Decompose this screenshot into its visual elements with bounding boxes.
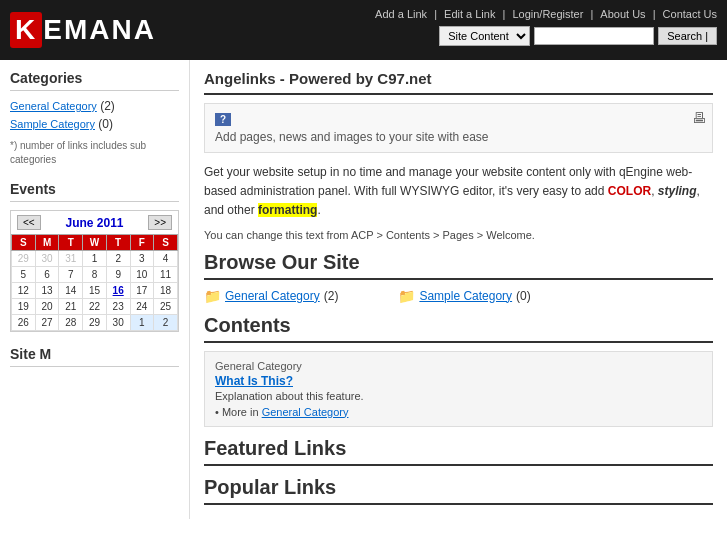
list-item: Sample Category (0) — [10, 117, 179, 131]
cal-header-fri: F — [130, 235, 154, 251]
calendar-day[interactable]: 29 — [83, 315, 107, 331]
search-button[interactable]: Search | — [658, 27, 717, 45]
browse-cat-sample: 📁 Sample Category (0) — [398, 288, 530, 304]
categories-title: Categories — [10, 70, 179, 91]
about-us-nav[interactable]: About Us — [600, 8, 645, 20]
contents-more-link[interactable]: General Category — [262, 406, 349, 418]
logo-area: KEMANA — [0, 0, 156, 60]
calendar-day[interactable]: 9 — [106, 267, 130, 283]
top-nav-links: Add a Link | Edit a Link | Login/Registe… — [375, 8, 717, 20]
cal-header-sun: S — [12, 235, 36, 251]
calendar-day[interactable]: 12 — [12, 283, 36, 299]
calendar-day[interactable]: 1 — [130, 315, 154, 331]
contents-category-label: General Category — [215, 360, 702, 372]
cal-header-mon: M — [35, 235, 59, 251]
search-input[interactable] — [534, 27, 654, 45]
calendar-day[interactable]: 22 — [83, 299, 107, 315]
sample-cat-count: (0) — [98, 117, 113, 131]
logo-rest: EMANA — [43, 14, 156, 45]
cal-header-thu: T — [106, 235, 130, 251]
contents-box: General Category What Is This? Explanati… — [204, 351, 713, 427]
main-container: Categories General Category (2) Sample C… — [0, 60, 727, 519]
calendar-day[interactable]: 13 — [35, 283, 59, 299]
contents-section: General Category What Is This? Explanati… — [204, 351, 713, 427]
contact-us-nav[interactable]: Contact Us — [663, 8, 717, 20]
logo[interactable]: KEMANA — [10, 12, 156, 48]
calendar-day[interactable]: 25 — [154, 299, 178, 315]
print-icon[interactable]: 🖶 — [692, 110, 706, 126]
calendar-day[interactable]: 3 — [130, 251, 154, 267]
general-cat-count: (2) — [100, 99, 115, 113]
top-nav: Add a Link | Edit a Link | Login/Registe… — [375, 0, 727, 60]
calendar-day[interactable]: 11 — [154, 267, 178, 283]
calendar-day[interactable]: 17 — [130, 283, 154, 299]
calendar-day[interactable]: 30 — [106, 315, 130, 331]
list-item: General Category (2) — [10, 99, 179, 113]
folder-icon-general: 📁 — [204, 288, 221, 304]
calendar-day[interactable]: 1 — [83, 251, 107, 267]
calendar-day[interactable]: 29 — [12, 251, 36, 267]
featured-links-title: Featured Links — [204, 437, 713, 466]
add-link-nav[interactable]: Add a Link — [375, 8, 427, 20]
edit-link-nav[interactable]: Edit a Link — [444, 8, 495, 20]
contents-what-is-this-link[interactable]: What Is This? — [215, 374, 702, 388]
sidebar: Categories General Category (2) Sample C… — [0, 60, 190, 519]
browse-general-link[interactable]: General Category — [225, 289, 320, 303]
calendar-day[interactable]: 2 — [106, 251, 130, 267]
calendar-prev-button[interactable]: << — [17, 215, 41, 230]
calendar-day[interactable]: 19 — [12, 299, 36, 315]
cal-header-tue: T — [59, 235, 83, 251]
sitemap-title: Site M — [10, 346, 179, 367]
calendar-day[interactable]: 28 — [59, 315, 83, 331]
cal-header-sat: S — [154, 235, 178, 251]
calendar-body: 2930311234567891011121314151617181920212… — [12, 251, 178, 331]
login-register-nav[interactable]: Login/Register — [512, 8, 583, 20]
calendar-day[interactable]: 23 — [106, 299, 130, 315]
calendar-day[interactable]: 6 — [35, 267, 59, 283]
calendar: << June 2011 >> S M T W T F S — [10, 210, 179, 332]
page-title: Angelinks - Powered by C97.net — [204, 70, 713, 95]
sidebar-categories-note: *) number of links includes sub categori… — [10, 139, 179, 167]
calendar-day[interactable]: 16 — [106, 283, 130, 299]
calendar-day[interactable]: 24 — [130, 299, 154, 315]
content-area: Angelinks - Powered by C97.net ? Add pag… — [190, 60, 727, 519]
browse-cat-general: 📁 General Category (2) — [204, 288, 338, 304]
calendar-month-year: June 2011 — [65, 216, 123, 230]
calendar-day[interactable]: 2 — [154, 315, 178, 331]
welcome-text: Get your website setup in no time and ma… — [204, 163, 713, 221]
calendar-day[interactable]: 18 — [154, 283, 178, 299]
info-box-text: Add pages, news and images to your site … — [215, 130, 702, 144]
calendar-day[interactable]: 5 — [12, 267, 36, 283]
calendar-day[interactable]: 27 — [35, 315, 59, 331]
events-title: Events — [10, 181, 179, 202]
calendar-day[interactable]: 4 — [154, 251, 178, 267]
welcome-italic-text: styling — [658, 184, 697, 198]
calendar-day[interactable]: 10 — [130, 267, 154, 283]
calendar-next-button[interactable]: >> — [148, 215, 172, 230]
sidebar-general-category-link[interactable]: General Category — [10, 100, 97, 112]
welcome-dot: . — [317, 203, 320, 217]
sidebar-sample-category-link[interactable]: Sample Category — [10, 118, 95, 130]
calendar-day[interactable]: 8 — [83, 267, 107, 283]
calendar-day[interactable]: 14 — [59, 283, 83, 299]
browse-sample-count: (0) — [516, 289, 531, 303]
contents-section-title: Contents — [204, 314, 713, 343]
calendar-day[interactable]: 7 — [59, 267, 83, 283]
calendar-day[interactable]: 15 — [83, 283, 107, 299]
calendar-day[interactable]: 30 — [35, 251, 59, 267]
sitemap-section: Site M — [10, 346, 179, 367]
calendar-day[interactable]: 20 — [35, 299, 59, 315]
calendar-day[interactable]: 26 — [12, 315, 36, 331]
search-bar: Site Content Links Pages Search | — [439, 26, 717, 46]
welcome-comma: , — [651, 184, 658, 198]
browse-sample-link[interactable]: Sample Category — [419, 289, 512, 303]
calendar-day[interactable]: 21 — [59, 299, 83, 315]
search-type-select[interactable]: Site Content Links Pages — [439, 26, 530, 46]
header: KEMANA Add a Link | Edit a Link | Login/… — [0, 0, 727, 60]
folder-icon-sample: 📁 — [398, 288, 415, 304]
calendar-day[interactable]: 31 — [59, 251, 83, 267]
welcome-color-text: COLOR — [608, 184, 651, 198]
change-note: You can change this text from ACP > Cont… — [204, 229, 713, 241]
popular-links-title: Popular Links — [204, 476, 713, 505]
browse-categories: 📁 General Category (2) 📁 Sample Category… — [204, 288, 713, 304]
